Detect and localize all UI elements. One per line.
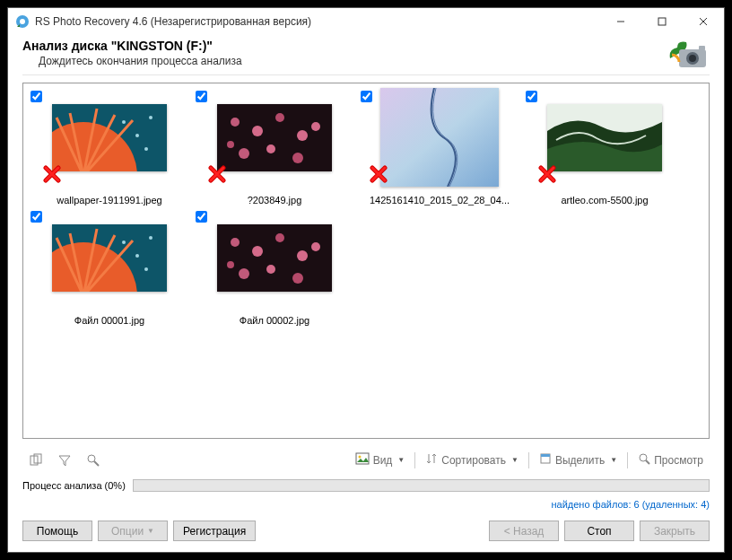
thumbnail	[547, 104, 662, 171]
svg-point-15	[144, 147, 148, 151]
toolbar: Вид▼ Сортировать▼ Выделить▼ Просмотр	[8, 446, 724, 474]
wizard-icon[interactable]	[22, 450, 49, 471]
options-button[interactable]: Опции▼	[98, 521, 168, 541]
deleted-icon	[208, 165, 226, 186]
thumbnail	[217, 104, 332, 171]
status-row: найдено файлов: 6 (удаленных: 4)	[8, 497, 724, 515]
progress-label: Процесс анализа (0%)	[22, 480, 126, 491]
file-checkbox[interactable]	[196, 211, 207, 223]
svg-point-1	[20, 19, 25, 24]
select-icon	[539, 452, 552, 468]
select-button[interactable]: Выделить▼	[533, 449, 623, 471]
thumbnail	[380, 88, 499, 187]
preview-button[interactable]: Просмотр	[632, 449, 710, 471]
file-label: 1425161410_2015_02_28_04...	[363, 195, 516, 206]
svg-point-52	[640, 454, 647, 461]
svg-point-25	[227, 141, 234, 148]
view-button[interactable]: Вид▼	[349, 448, 412, 472]
camera-icon	[667, 39, 710, 67]
file-checkbox[interactable]	[526, 91, 537, 102]
file-checkbox[interactable]	[361, 91, 372, 102]
svg-point-36	[252, 246, 263, 257]
svg-point-17	[231, 118, 240, 127]
svg-point-14	[149, 116, 152, 119]
thumbnail	[52, 224, 167, 292]
search-icon[interactable]	[80, 450, 107, 471]
svg-rect-26	[380, 88, 499, 187]
svg-rect-34	[217, 224, 332, 292]
page-subtitle: Дождитесь окончания процесса анализа	[39, 55, 242, 67]
status-text: найдено файлов: 6 (удаленных: 4)	[551, 499, 710, 510]
picture-icon	[355, 451, 370, 468]
deleted-icon	[43, 165, 61, 186]
deleted-icon	[370, 165, 388, 186]
page-title: Анализ диска "KINGSTON (F:)"	[22, 39, 242, 53]
file-checkbox[interactable]	[30, 91, 42, 102]
svg-point-13	[135, 134, 139, 137]
divider	[22, 74, 710, 75]
back-button[interactable]: < Назад	[489, 521, 559, 541]
minimize-button[interactable]	[600, 8, 641, 35]
file-label: Файл 00002.jpg	[198, 315, 351, 326]
header: Анализ диска "KINGSTON (F:)" Дождитесь о…	[8, 35, 724, 74]
sort-icon	[425, 452, 438, 468]
stop-button[interactable]: Стоп	[564, 521, 634, 541]
svg-rect-9	[699, 46, 705, 50]
svg-point-39	[239, 268, 249, 279]
svg-point-37	[275, 233, 284, 242]
svg-point-46	[88, 455, 95, 462]
svg-point-30	[122, 241, 126, 244]
svg-point-31	[135, 254, 139, 258]
svg-line-47	[94, 461, 99, 466]
svg-point-43	[227, 261, 234, 268]
svg-point-41	[292, 273, 303, 284]
svg-rect-51	[541, 454, 550, 457]
file-label: ?203849.jpg	[198, 195, 351, 206]
file-checkbox[interactable]	[30, 211, 42, 223]
svg-point-33	[144, 267, 148, 271]
thumbnail	[217, 224, 332, 292]
svg-point-23	[292, 153, 303, 163]
svg-point-24	[311, 122, 320, 131]
filter-icon[interactable]	[51, 450, 78, 471]
close-window-button[interactable]: Закрыть	[640, 521, 710, 541]
help-button[interactable]: Помощь	[22, 521, 92, 541]
chevron-down-icon: ▼	[610, 456, 617, 464]
chevron-down-icon: ▼	[511, 456, 518, 464]
file-checkbox[interactable]	[196, 91, 207, 102]
window: RS Photo Recovery 4.6 (Незарегистрирован…	[7, 7, 725, 553]
svg-point-38	[297, 250, 308, 261]
register-button[interactable]: Регистрация	[173, 521, 256, 541]
svg-point-49	[358, 456, 361, 459]
svg-rect-3	[658, 18, 666, 25]
svg-point-42	[311, 242, 320, 251]
file-item[interactable]: artleo.com-5500.jpg	[524, 89, 685, 206]
svg-point-20	[297, 130, 308, 141]
deleted-icon	[538, 165, 556, 186]
file-label: wallpaper-1911991.jpeg	[33, 195, 186, 206]
file-item[interactable]: 1425161410_2015_02_28_04...	[359, 89, 520, 206]
maximize-button[interactable]	[641, 8, 683, 35]
sort-button[interactable]: Сортировать▼	[419, 449, 525, 471]
progress-bar	[133, 479, 710, 492]
file-grid: wallpaper-1911991.jpeg ?203849.jpg	[22, 83, 710, 439]
svg-point-18	[252, 126, 263, 136]
file-item[interactable]: Файл 00001.jpg	[29, 209, 190, 326]
chevron-down-icon: ▼	[147, 527, 154, 535]
app-icon	[15, 14, 30, 29]
svg-point-21	[239, 148, 249, 159]
button-row: Помощь Опции▼ Регистрация < Назад Стоп З…	[8, 515, 724, 552]
progress-row: Процесс анализа (0%)	[8, 474, 724, 497]
close-button[interactable]	[683, 8, 724, 35]
file-label: artleo.com-5500.jpg	[528, 195, 681, 206]
window-title: RS Photo Recovery 4.6 (Незарегистрирован…	[35, 15, 600, 28]
svg-point-22	[266, 144, 275, 153]
svg-point-19	[275, 113, 284, 122]
svg-point-32	[149, 236, 152, 240]
svg-line-53	[646, 460, 649, 464]
file-item[interactable]: ?203849.jpg	[194, 89, 355, 206]
file-item[interactable]: wallpaper-1911991.jpeg	[29, 89, 190, 206]
svg-point-35	[231, 238, 240, 247]
titlebar[interactable]: RS Photo Recovery 4.6 (Незарегистрирован…	[8, 8, 724, 35]
file-item[interactable]: Файл 00002.jpg	[194, 209, 355, 326]
